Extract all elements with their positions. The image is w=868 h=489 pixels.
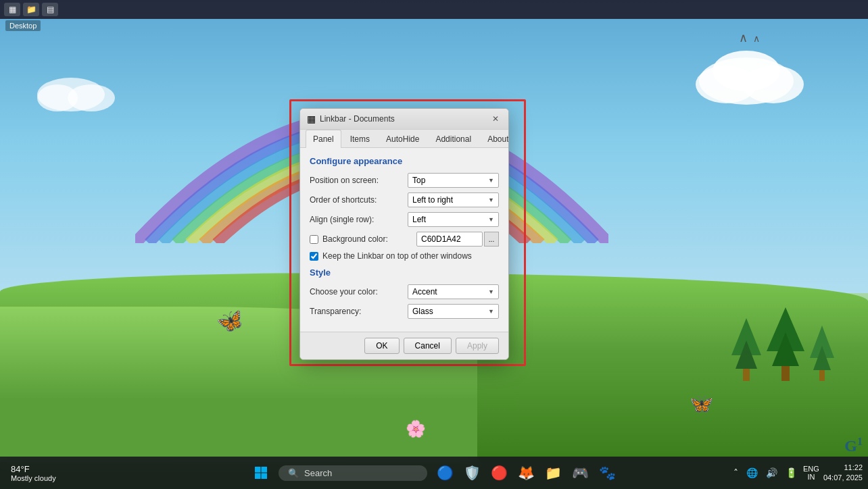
tab-autohide[interactable]: AutoHide: [379, 130, 427, 148]
tray-network[interactable]: 🌐: [744, 466, 760, 480]
transparency-label: Transparency:: [310, 307, 408, 316]
svg-point-3: [713, 51, 780, 91]
align-dropdown[interactable]: Left ▼: [408, 212, 499, 227]
watermark: G1: [844, 436, 863, 455]
order-row: Order of shortcuts: Left to right ▼: [310, 192, 499, 207]
top-btn-grid[interactable]: ▦: [4, 3, 20, 16]
trees-group: [731, 307, 834, 381]
birds: ∧∧: [739, 30, 760, 45]
background-color-label: Background color:: [322, 234, 416, 244]
taskbar: 84°F Mostly cloudy 🔍 Search 🔵 🛡️ 🔴 🦊 📁: [0, 457, 868, 489]
align-control: Left ▼: [408, 212, 499, 227]
tray-volume[interactable]: 🔊: [764, 466, 779, 480]
cancel-button[interactable]: Cancel: [404, 338, 452, 354]
ok-button[interactable]: OK: [364, 338, 399, 354]
taskbar-app-extra[interactable]: 🐾: [595, 461, 619, 485]
dialog-body: Configure appearance Position on screen:…: [300, 148, 508, 332]
windows-start-button[interactable]: [249, 461, 273, 485]
color-choice-arrow: ▼: [488, 288, 494, 295]
butterfly-yellow: 🦋: [687, 390, 714, 417]
taskbar-app-game[interactable]: 🎮: [568, 461, 592, 485]
transparency-arrow: ▼: [488, 308, 494, 315]
lang-indicator[interactable]: ENG IN: [803, 465, 819, 481]
taskbar-app-blue[interactable]: 🔵: [433, 461, 457, 485]
order-dropdown[interactable]: Left to right ▼: [408, 192, 499, 207]
position-dropdown[interactable]: Top ▼: [408, 173, 499, 188]
align-label: Align (single row):: [310, 215, 408, 224]
transparency-row: Transparency: Glass ▼: [310, 304, 499, 319]
keep-on-top-checkbox[interactable]: [310, 252, 318, 261]
tray-battery[interactable]: 🔋: [783, 466, 799, 480]
transparency-control: Glass ▼: [408, 304, 499, 319]
dialog-close-button[interactable]: ✕: [489, 113, 502, 125]
transparency-value: Glass: [412, 307, 433, 316]
position-control: Top ▼: [408, 173, 499, 188]
color-choice-value: Accent: [412, 287, 437, 297]
date: 04:07, 2025: [823, 473, 863, 483]
color-choice-label: Choose your color:: [310, 287, 408, 297]
search-icon: 🔍: [288, 468, 299, 478]
tab-about[interactable]: About: [480, 130, 509, 148]
position-dropdown-arrow: ▼: [488, 177, 494, 184]
taskbar-right: ˄ 🌐 🔊 🔋 ENG IN 11:22 04:07, 2025: [731, 463, 868, 484]
dialog-footer: OK Cancel Apply: [300, 332, 508, 359]
order-label: Order of shortcuts:: [310, 195, 408, 205]
align-row: Align (single row): Left ▼: [310, 212, 499, 227]
dialog-titlebar: ▦ Linkbar - Documents ✕: [300, 109, 508, 130]
svg-rect-7: [255, 467, 261, 473]
tab-additional[interactable]: Additional: [428, 130, 479, 148]
time: 11:22: [823, 463, 863, 473]
top-taskbar: ▦ 📁 ▤: [0, 0, 868, 19]
style-section: Style Choose your color: Accent ▼ Transp…: [310, 267, 499, 319]
apply-button[interactable]: Apply: [456, 338, 499, 354]
tab-panel[interactable]: Panel: [306, 130, 341, 148]
taskbar-app-browser[interactable]: 🦊: [514, 461, 538, 485]
transparency-dropdown[interactable]: Glass ▼: [408, 304, 499, 319]
taskbar-app-shield[interactable]: 🛡️: [460, 461, 484, 485]
svg-rect-8: [262, 467, 268, 473]
weather-desc: Mostly cloudy: [11, 474, 56, 482]
background-color-value: C60D1A42: [416, 232, 483, 247]
desktop-label: Desktop: [5, 20, 41, 31]
background-color-picker-btn[interactable]: ...: [484, 232, 499, 247]
position-label: Position on screen:: [310, 176, 408, 185]
color-choice-control: Accent ▼: [408, 284, 499, 299]
dialog-tabs: Panel Items AutoHide Additional About: [300, 130, 508, 148]
taskbar-left: 84°F Mostly cloudy: [0, 464, 56, 482]
tray-chevron[interactable]: ˄: [731, 466, 740, 480]
windows-icon: [254, 466, 268, 480]
time-display[interactable]: 11:22 04:07, 2025: [823, 463, 863, 484]
order-control: Left to right ▼: [408, 192, 499, 207]
keep-on-top-label: Keep the Linkbar on top of other windows: [322, 251, 472, 261]
top-btn-extra[interactable]: ▤: [42, 3, 58, 16]
svg-rect-10: [262, 473, 268, 480]
color-choice-dropdown[interactable]: Accent ▼: [408, 284, 499, 299]
order-dropdown-arrow: ▼: [488, 197, 494, 203]
svg-point-6: [68, 84, 115, 111]
weather-temp: 84°F: [11, 464, 56, 474]
dialog-title: Linkbar - Documents: [320, 114, 395, 124]
order-value: Left to right: [412, 195, 453, 205]
clouds2: [20, 68, 122, 115]
clouds: [679, 41, 814, 108]
taskbar-app-files[interactable]: 📁: [541, 461, 565, 485]
taskbar-search[interactable]: 🔍 Search: [279, 465, 427, 481]
linkbar-dialog: ▦ Linkbar - Documents ✕ Panel Items Auto…: [299, 108, 509, 360]
configure-section-title: Configure appearance: [310, 156, 499, 166]
tab-items[interactable]: Items: [343, 130, 377, 148]
position-row: Position on screen: Top ▼: [310, 173, 499, 188]
top-btn-folder[interactable]: 📁: [23, 3, 39, 16]
background-color-checkbox[interactable]: [310, 235, 318, 244]
position-value: Top: [412, 176, 425, 185]
color-choice-row: Choose your color: Accent ▼: [310, 284, 499, 299]
butterfly-purple: 🌸: [406, 419, 426, 438]
svg-rect-9: [255, 473, 261, 480]
search-label: Search: [304, 468, 332, 478]
taskbar-app-chrome[interactable]: 🔴: [487, 461, 511, 485]
dialog-app-icon: ▦: [307, 113, 316, 124]
keep-on-top-row: Keep the Linkbar on top of other windows: [310, 251, 499, 261]
align-value: Left: [412, 215, 426, 224]
taskbar-center: 🔍 Search 🔵 🛡️ 🔴 🦊 📁 🎮 🐾: [249, 461, 619, 485]
taskbar-apps: 🔵 🛡️ 🔴 🦊 📁 🎮 🐾: [433, 461, 619, 485]
dialog-title-left: ▦ Linkbar - Documents: [307, 113, 395, 124]
